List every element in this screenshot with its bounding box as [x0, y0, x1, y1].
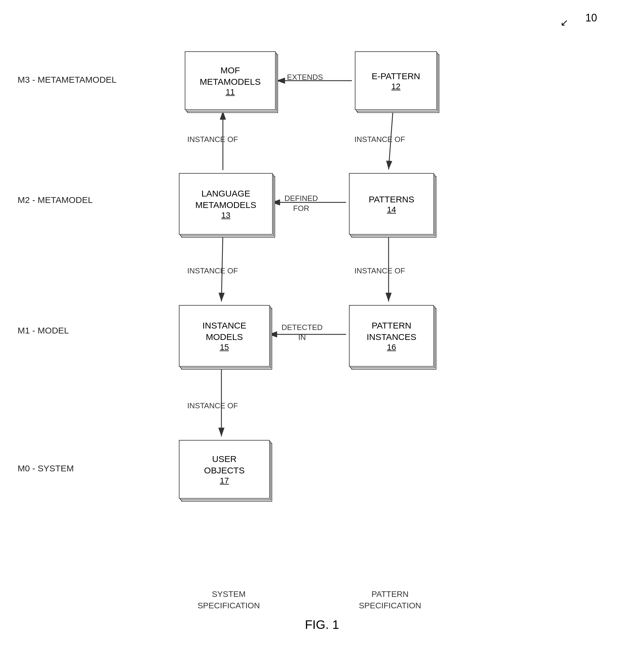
mof-number: 11: [226, 87, 235, 97]
patterns-number: 14: [387, 205, 396, 214]
mof-label: MOFMETAMODELS: [200, 65, 261, 87]
epattern-number: 12: [391, 82, 400, 91]
user-objects-number: 17: [220, 476, 229, 485]
instance-label: INSTANCEMODELS: [202, 320, 246, 343]
level-m2: M2 - METAMODEL: [18, 195, 93, 205]
pattern-spec-label: PATTERNSPECIFICATION: [334, 588, 446, 611]
user-objects-box: USEROBJECTS 17: [179, 440, 270, 499]
detected-in-label: DETECTEDIN: [279, 323, 326, 343]
instance-of-4-label: INSTANCE OF: [350, 266, 409, 275]
pattern-instances-box: PATTERNINSTANCES 16: [349, 305, 434, 367]
defined-for-label: DEFINEDFOR: [279, 194, 323, 213]
instance-of-3-label: INSTANCE OF: [183, 266, 242, 275]
system-spec-label: SYSTEMSPECIFICATION: [164, 588, 293, 611]
level-m0: M0 - SYSTEM: [18, 463, 74, 473]
instance-of-1-label: INSTANCE OF: [183, 135, 242, 144]
fig-label: FIG. 1: [305, 618, 339, 632]
ref-arrow: ↙: [560, 17, 568, 28]
instance-number: 15: [220, 343, 229, 352]
level-m1: M1 - MODEL: [18, 326, 69, 336]
diagram-container: 10 ↙ M3 - METAMETAMODEL M2 - METAMODEL M…: [0, 0, 644, 667]
language-box: LANGUAGEMETAMODELS 13: [179, 173, 273, 235]
instance-of-5-label: INSTANCE OF: [183, 401, 242, 410]
level-m3: M3 - METAMETAMODEL: [18, 75, 116, 85]
language-label: LANGUAGEMETAMODELS: [195, 188, 256, 211]
pattern-instances-number: 16: [387, 343, 396, 352]
instance-of-2-label: INSTANCE OF: [350, 135, 409, 144]
ref-number: 10: [585, 12, 597, 24]
pattern-instances-label: PATTERNINSTANCES: [367, 320, 416, 343]
patterns-box: PATTERNS 14: [349, 173, 434, 235]
user-objects-label: USEROBJECTS: [204, 453, 245, 476]
mof-box: MOFMETAMODELS 11: [185, 51, 276, 110]
patterns-label: PATTERNS: [369, 194, 414, 205]
language-number: 13: [221, 211, 230, 220]
instance-box: INSTANCEMODELS 15: [179, 305, 270, 367]
extends-label: EXTENDS: [282, 73, 328, 82]
epattern-label: E-PATTERN: [371, 70, 420, 82]
epattern-box: E-PATTERN 12: [355, 51, 437, 110]
